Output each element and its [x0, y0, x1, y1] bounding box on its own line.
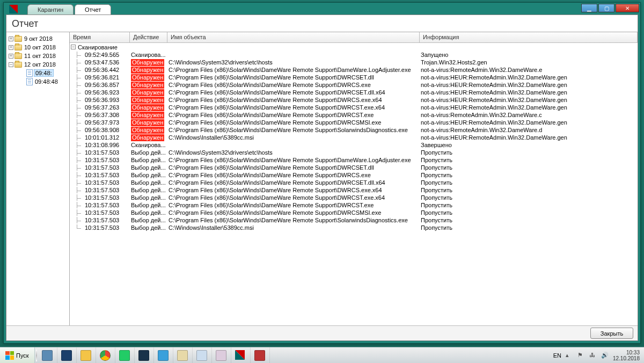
table-row[interactable]: 10:31:57.503Выбор дей...C:\Windows\Insta… [70, 224, 638, 231]
close-button[interactable]: Закрыть [590, 328, 633, 339]
cell-action: Выбор дей... [130, 194, 167, 201]
taskbar-app-toolbox[interactable] [251, 347, 270, 363]
col-time[interactable]: Время [70, 32, 130, 42]
taskbar-app-task-manager[interactable] [135, 347, 154, 363]
table-row[interactable]: 09:56:36.821ОбнаруженC:\Program Files (x… [70, 74, 638, 81]
table-row[interactable]: 09:56:36.857ОбнаруженC:\Program Files (x… [70, 81, 638, 89]
cell-action: Выбор дей... [130, 202, 167, 208]
cell-object: C:\Windows\Installer\5389cc.msi [167, 224, 420, 231]
table-row[interactable]: 10:31:08.996Сканирова...Завершено [70, 141, 638, 149]
expand-icon[interactable]: + [9, 54, 13, 59]
cell-time: 10:01:01.312 [70, 134, 130, 141]
tree-folder[interactable]: −12 окт 2018 [8, 60, 68, 69]
collapse-icon[interactable]: − [9, 62, 13, 67]
internet-explorer-icon [158, 350, 169, 361]
table-row[interactable]: 10:31:57.503Выбор дей...C:\Program Files… [70, 164, 638, 171]
table-row[interactable]: 10:31:57.503Выбор дей...C:\Windows\Syste… [70, 149, 638, 156]
tree-label: 11 окт 2018 [23, 53, 57, 59]
system-tray: EN ▴ ⚑ 🖧 🔊 10:33 12.10.2018 [549, 347, 644, 363]
table-row[interactable]: 10:31:57.503Выбор дей...C:\Program Files… [70, 194, 638, 201]
report-grid: Время Действие Имя объекта Информация −С… [70, 32, 638, 325]
cell-object: C:\Program Files (x86)\SolarWinds\DameWa… [167, 194, 420, 201]
taskbar-app-powershell[interactable] [57, 347, 77, 363]
grid-header[interactable]: Время Действие Имя объекта Информация [70, 32, 638, 43]
taskbar-app-kaspersky-av[interactable] [231, 347, 251, 363]
table-row[interactable]: 10:31:57.503Выбор дей...C:\Program Files… [70, 171, 638, 179]
cell-object: C:\Program Files (x86)\SolarWinds\DameWa… [167, 202, 420, 208]
clock-date: 12.10.2018 [613, 355, 640, 361]
tab-report[interactable]: Отчет [75, 4, 111, 14]
cell-time: 10:31:57.503 [70, 194, 130, 201]
table-row[interactable]: 10:31:57.503Выбор дей...C:\Program Files… [70, 209, 638, 216]
table-row[interactable]: 10:31:57.503Выбор дей...C:\Program Files… [70, 156, 638, 164]
table-row[interactable]: 09:56:37.308ОбнаруженC:\Program Files (x… [70, 111, 638, 119]
expand-icon[interactable]: + [9, 45, 13, 50]
table-row[interactable]: 09:56:36.993ОбнаруженC:\Program Files (x… [70, 96, 638, 104]
table-row[interactable]: 09:56:37.263ОбнаруженC:\Program Files (x… [70, 104, 638, 111]
tree-folder[interactable]: +11 окт 2018 [8, 52, 68, 60]
language-indicator[interactable]: EN [553, 352, 561, 359]
grid-body[interactable]: −Сканирование09:52:49.565Сканирова...Зап… [70, 43, 638, 325]
cell-action: Выбор дей... [130, 172, 167, 178]
threat-badge: Обнаружен [131, 104, 164, 111]
group-row[interactable]: −Сканирование [70, 43, 638, 51]
table-row[interactable]: 09:56:36.923ОбнаруженC:\Program Files (x… [70, 89, 638, 96]
start-button[interactable]: Пуск [0, 347, 35, 363]
taskbar-app-server-manager[interactable] [38, 347, 57, 363]
cell-info: Запущено [420, 52, 638, 58]
window-close-button[interactable]: ✕ [616, 4, 639, 12]
cell-object: C:\Program Files (x86)\SolarWinds\DameWa… [167, 119, 420, 126]
network-icon[interactable]: 🖧 [589, 352, 597, 359]
notepad-icon [196, 350, 207, 361]
cell-info: not-a-virus:HEUR:RemoteAdmin.Win32.DameW… [420, 82, 638, 88]
table-row[interactable]: 10:31:57.503Выбор дей...C:\Program Files… [70, 216, 638, 224]
tray-up-icon[interactable]: ▴ [566, 352, 573, 359]
collapse-icon[interactable]: − [71, 45, 76, 49]
action-center-icon[interactable]: ⚑ [577, 352, 585, 359]
cell-action: Выбор дей... [130, 164, 167, 171]
table-row[interactable]: 10:31:57.503Выбор дей...C:\Program Files… [70, 201, 638, 209]
table-row[interactable]: 09:53:47.536ОбнаруженC:\Windows\System32… [70, 59, 638, 66]
taskbar-app-remote-desktop[interactable] [115, 347, 135, 363]
cell-action: Сканирова... [130, 52, 167, 58]
taskbar-app-paint[interactable] [173, 347, 193, 363]
taskbar-clock[interactable]: 10:33 12.10.2018 [613, 350, 640, 361]
col-info[interactable]: Информация [420, 32, 638, 42]
taskbar-app-chrome[interactable] [96, 347, 115, 363]
tree-folder[interactable]: +9 окт 2018 [8, 34, 68, 43]
tree-file[interactable]: 09:48:48 [8, 77, 68, 86]
col-object[interactable]: Имя объекта [167, 32, 420, 42]
tree-file[interactable]: 09:48: [8, 69, 68, 77]
taskbar-app-kaspersky-tool[interactable] [212, 347, 231, 363]
table-row[interactable]: 09:56:37.973ОбнаруженC:\Program Files (x… [70, 119, 638, 126]
cell-object: C:\Program Files (x86)\SolarWinds\DameWa… [167, 82, 420, 88]
cell-time: 10:31:57.503 [70, 164, 130, 171]
cell-action: Обнаружен [130, 59, 167, 66]
table-row[interactable]: 10:31:57.503Выбор дей...C:\Program Files… [70, 179, 638, 186]
cell-object: C:\Program Files (x86)\SolarWinds\DameWa… [167, 164, 420, 171]
cell-action: Выбор дей... [130, 187, 167, 193]
cell-action: Обнаружен [130, 82, 167, 89]
cell-action: Выбор дей... [130, 149, 167, 156]
window-maximize-button[interactable]: ▢ [598, 4, 614, 12]
threat-badge: Обнаружен [131, 74, 164, 81]
toolbox-icon [254, 350, 265, 361]
volume-icon[interactable]: 🔊 [601, 352, 609, 359]
cell-time: 09:56:37.973 [70, 119, 130, 126]
taskbar-app-internet-explorer[interactable] [154, 347, 173, 363]
expand-icon[interactable]: + [9, 37, 13, 41]
taskbar-app-notepad[interactable] [193, 347, 212, 363]
tab-quarantine[interactable]: Карантин [27, 4, 74, 14]
taskbar-app-explorer[interactable] [77, 347, 96, 363]
table-row[interactable]: 09:56:38.908ОбнаруженC:\Program Files (x… [70, 126, 638, 134]
threat-badge: Обнаружен [131, 127, 164, 134]
table-row[interactable]: 10:01:01.312ОбнаруженC:\Windows\Installe… [70, 134, 638, 141]
tree-folder[interactable]: +10 окт 2018 [8, 43, 68, 52]
table-row[interactable]: 09:52:49.565Сканирова...Запущено [70, 51, 638, 59]
window-minimize-button[interactable]: ▁ [581, 4, 597, 12]
folder-icon [14, 45, 22, 50]
date-tree[interactable]: +9 окт 2018+10 окт 2018+11 окт 2018−12 о… [6, 32, 70, 325]
col-action[interactable]: Действие [130, 32, 167, 42]
table-row[interactable]: 10:31:57.503Выбор дей...C:\Program Files… [70, 186, 638, 194]
table-row[interactable]: 09:56:36.442ОбнаруженC:\Program Files (x… [70, 66, 638, 74]
